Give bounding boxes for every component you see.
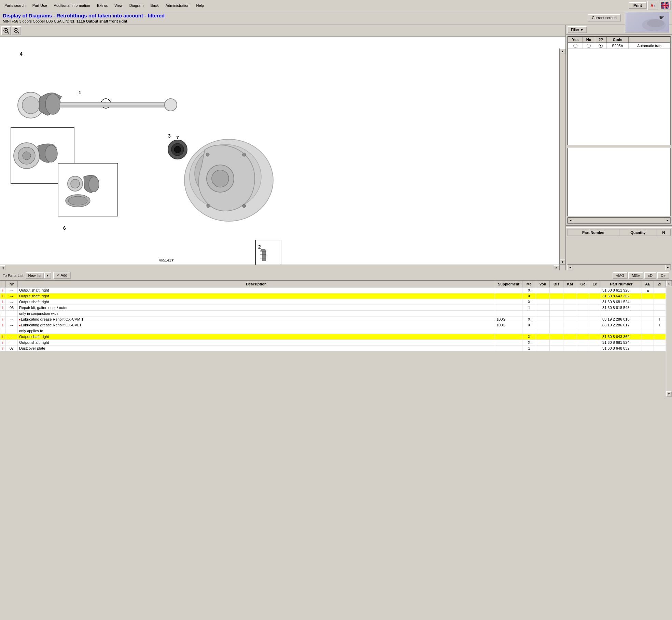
cell-ae bbox=[642, 293, 654, 299]
row-info-icon[interactable]: i bbox=[0, 316, 6, 322]
cell-nr: -- bbox=[6, 299, 18, 305]
row-info-icon[interactable]: i bbox=[0, 346, 6, 351]
info-icon[interactable]: i bbox=[2, 346, 3, 350]
parts-table-scroll[interactable]: Nr Description Supplement Me Von Bis Kat… bbox=[0, 281, 666, 397]
add-button[interactable]: ✓ Add bbox=[53, 272, 71, 279]
cell-kat bbox=[563, 328, 577, 334]
nav-mg-next[interactable]: MG» bbox=[628, 272, 643, 279]
cell-kat bbox=[563, 287, 577, 293]
cell-zi: I bbox=[654, 322, 666, 328]
table-row: i--Output shaft, rightX31 60 8 681 524 bbox=[0, 340, 666, 346]
info-icon[interactable]: i bbox=[2, 306, 3, 310]
new-list-button[interactable]: New list bbox=[26, 272, 44, 279]
info-icon[interactable]: i bbox=[2, 317, 3, 321]
icon-flag-button[interactable] bbox=[660, 1, 671, 10]
row-info-icon[interactable]: i bbox=[0, 322, 6, 328]
menu-additional-info[interactable]: Additional Information bbox=[51, 2, 93, 9]
zoom-in-button[interactable]: + bbox=[1, 26, 11, 35]
parts-vscrollbar: ▲ ▼ bbox=[666, 281, 672, 397]
label-4: 4 bbox=[20, 51, 23, 57]
svg-point-36 bbox=[242, 204, 246, 208]
menu-help[interactable]: Help bbox=[193, 2, 207, 9]
cell-le bbox=[589, 346, 601, 351]
zoom-out-button[interactable] bbox=[12, 26, 21, 35]
cell-le bbox=[589, 305, 601, 311]
page-title: Display of Diagrams - Retrofittings not … bbox=[3, 13, 165, 18]
menu-administration[interactable]: Administration bbox=[163, 2, 193, 9]
filter-scroll-left[interactable]: ◄ bbox=[568, 218, 573, 223]
info-icon[interactable]: i bbox=[2, 288, 3, 292]
nav-d-next[interactable]: D» bbox=[657, 272, 669, 279]
scroll-right-button[interactable]: ► bbox=[554, 265, 559, 271]
filter-hscroll[interactable]: ◄ ► bbox=[568, 217, 671, 224]
filter-button[interactable]: Filter ▼ bbox=[568, 26, 587, 33]
radio-no[interactable] bbox=[587, 44, 591, 48]
info-icon[interactable]: i bbox=[2, 323, 3, 327]
row-info-icon[interactable]: i bbox=[0, 340, 6, 346]
nav-d-prev[interactable]: «D bbox=[644, 272, 656, 279]
cell-part_number bbox=[601, 328, 642, 334]
right-scroll-left[interactable]: ◄ bbox=[568, 265, 573, 270]
row-info-icon[interactable] bbox=[0, 328, 6, 334]
diagram-hscrollbar[interactable]: ◄ ► bbox=[0, 265, 559, 270]
right-hscroll[interactable]: ◄ ► bbox=[568, 264, 671, 270]
current-screen-button[interactable]: Current screen bbox=[588, 14, 621, 22]
info-icon[interactable]: i bbox=[2, 300, 3, 304]
cell-desc: ▸Lubricating grease Renolit CX-CVM 1 bbox=[18, 316, 495, 322]
cell-me: 1 bbox=[522, 305, 536, 311]
nav-mg-prev[interactable]: «MG bbox=[613, 272, 628, 279]
cell-ae bbox=[642, 328, 654, 334]
menu-diagram[interactable]: Diagram bbox=[126, 2, 147, 9]
row-info-icon[interactable]: i bbox=[0, 334, 6, 340]
filter-radio-maybe[interactable] bbox=[595, 43, 606, 49]
cell-desc: Output shaft, right bbox=[18, 293, 495, 299]
cell-bis bbox=[550, 299, 563, 305]
menu-parts-search[interactable]: Parts search bbox=[1, 2, 29, 9]
scroll-left-button[interactable]: ◄ bbox=[0, 265, 5, 271]
col-ae: AE bbox=[642, 281, 654, 287]
row-info-icon[interactable]: i bbox=[0, 299, 6, 305]
right-parts-table: Part Number Quantity N bbox=[568, 229, 671, 263]
row-info-icon[interactable] bbox=[0, 311, 6, 316]
menu-extras[interactable]: Extras bbox=[94, 2, 111, 9]
parts-table-header-row: Nr Description Supplement Me Von Bis Kat… bbox=[0, 281, 666, 287]
parts-scroll-up[interactable]: ▲ bbox=[666, 281, 672, 286]
menu-print[interactable]: Print bbox=[629, 2, 647, 9]
scroll-up-button[interactable]: ▲ bbox=[560, 48, 565, 54]
radio-yes[interactable] bbox=[573, 44, 577, 48]
info-icon[interactable]: i bbox=[2, 340, 3, 344]
filter-radio-no[interactable] bbox=[583, 43, 595, 49]
menu-part-use[interactable]: Part Use bbox=[29, 2, 50, 9]
filter-dropdown-arrow: ▼ bbox=[580, 28, 584, 32]
parts-scroll-down[interactable]: ▼ bbox=[666, 391, 672, 397]
cell-zi bbox=[654, 334, 666, 340]
cell-zi bbox=[654, 311, 666, 316]
cell-von bbox=[536, 340, 550, 346]
right-scroll-right[interactable]: ► bbox=[665, 265, 671, 270]
svg-point-40 bbox=[23, 152, 31, 160]
cell-ae bbox=[642, 299, 654, 305]
cell-bis bbox=[550, 322, 563, 328]
info-icon[interactable]: i bbox=[2, 335, 3, 339]
radio-maybe[interactable] bbox=[599, 44, 603, 48]
menu-view[interactable]: View bbox=[111, 2, 126, 9]
filter-scroll-right[interactable]: ► bbox=[665, 218, 670, 223]
scroll-down-button[interactable]: ▼ bbox=[560, 259, 565, 265]
icon-a-button[interactable]: A↑ bbox=[647, 1, 658, 10]
row-info-icon[interactable]: i bbox=[0, 287, 6, 293]
info-icon[interactable]: i bbox=[2, 294, 3, 298]
cell-bis bbox=[550, 293, 563, 299]
cell-von bbox=[536, 328, 550, 334]
filter-col-no: No bbox=[583, 37, 595, 43]
menu-back[interactable]: Back bbox=[147, 2, 162, 9]
row-info-icon[interactable]: i bbox=[0, 293, 6, 299]
new-list-arrow-button[interactable]: ▼ bbox=[44, 272, 51, 279]
svg-rect-23 bbox=[60, 103, 166, 105]
cell-part_number: 83 19 2 286 017 bbox=[601, 322, 642, 328]
nav-buttons: «MG MG» «D D» bbox=[613, 272, 669, 279]
filter-radio-yes[interactable] bbox=[568, 43, 583, 49]
filter-panel: Filter ▼ Yes No ?? Code bbox=[566, 25, 672, 270]
diagram-vscrollbar[interactable]: ▲ ▼ bbox=[559, 48, 565, 265]
svg-text:465141: 465141 bbox=[159, 258, 171, 262]
row-info-icon[interactable]: i bbox=[0, 305, 6, 311]
